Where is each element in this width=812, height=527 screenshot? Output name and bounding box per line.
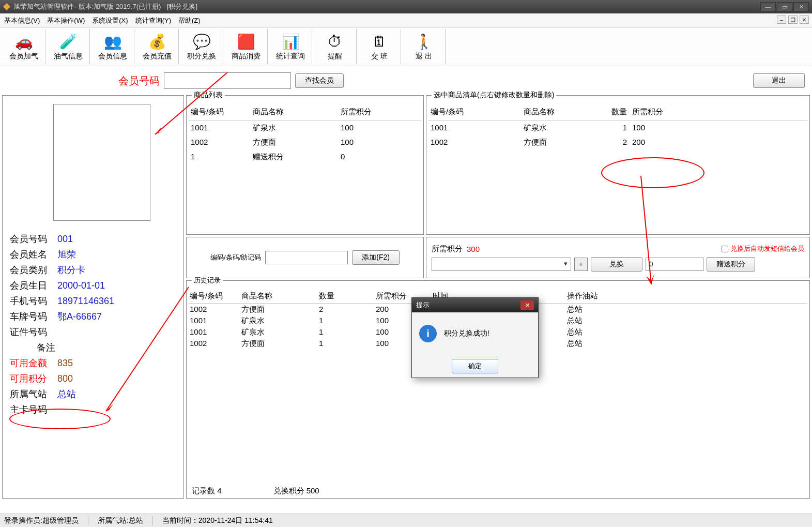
redeem-button[interactable]: 兑换 xyxy=(591,257,642,272)
tool-stats-query[interactable]: 📊统计查询 xyxy=(269,29,312,65)
h-col-station: 操作油站 xyxy=(567,291,650,301)
lbl-member-name: 会员姓名 xyxy=(10,247,57,262)
product-row[interactable]: 1002方便面100 xyxy=(189,135,421,149)
menu-system-settings[interactable]: 系统设置(X) xyxy=(92,16,128,25)
tool-exit[interactable]: 🚶退 出 xyxy=(402,29,446,65)
plus-button[interactable]: + xyxy=(574,258,588,271)
member-code-label: 会员号码 xyxy=(118,74,160,88)
tool-member-info[interactable]: 👥会员信息 xyxy=(91,29,134,65)
mdi-minimize-button[interactable]: – xyxy=(777,16,786,24)
app-icon xyxy=(3,3,10,10)
product-row[interactable]: 1001矿泉水100 xyxy=(189,121,421,135)
grid-icon: 🟥 xyxy=(237,33,255,51)
person-icon: 🚶 xyxy=(415,33,433,51)
alert-ok-button[interactable]: 确定 xyxy=(452,359,498,373)
val-member-code: 001 xyxy=(57,231,73,247)
menubar: 基本信息(V) 基本操作(W) 系统设置(X) 统计查询(Y) 帮助(Z) – … xyxy=(0,13,812,28)
pl-col-points: 所需积分 xyxy=(341,107,397,117)
main-area: 会员号码001 会员姓名旭荣 会员类别积分卡 会员生日2000-01-01 手机… xyxy=(0,95,812,499)
selected-list-box: 选中商品清单(点右键修改数量和删除) 编号/条码 商品名称 数量 所需积分 10… xyxy=(426,95,810,235)
svg-marker-0 xyxy=(3,3,10,10)
coin-icon: 💰 xyxy=(148,33,166,51)
menu-basic-info[interactable]: 基本信息(V) xyxy=(4,16,40,25)
val-member-plate: 鄂A-66667 xyxy=(57,309,102,324)
lbl-member-balance: 可用金额 xyxy=(10,355,57,371)
lbl-member-points: 可用积分 xyxy=(10,371,57,386)
tool-gas-info[interactable]: 🧪油气信息 xyxy=(47,29,90,65)
bubble-icon: 💬 xyxy=(193,33,211,51)
status-time: 2020-11-24日 11:54:41 xyxy=(198,516,273,524)
h-col-qty: 数量 xyxy=(319,291,376,301)
clock-icon: ⏱ xyxy=(328,33,342,51)
val-member-points: 800 xyxy=(57,371,73,386)
redeem-combo[interactable] xyxy=(432,258,571,271)
required-points-value: 300 xyxy=(467,245,508,253)
exit-button[interactable]: 退出 xyxy=(753,73,805,88)
status-station: 总站 xyxy=(129,516,143,524)
tool-member-refuel[interactable]: 🚗会员加气 xyxy=(2,29,45,65)
selected-list-title: 选中商品清单(点右键修改数量和删除) xyxy=(432,91,556,100)
maximize-button[interactable]: ▭ xyxy=(777,2,792,11)
sl-col-name: 商品名称 xyxy=(524,107,596,117)
add-code-label: 编码/条码/助记码 xyxy=(210,253,261,262)
sms-checkbox[interactable] xyxy=(722,246,728,252)
menu-help[interactable]: 帮助(Z) xyxy=(178,16,201,25)
flask-icon: 🧪 xyxy=(59,33,78,51)
alert-dialog: 提示 ✕ i 积分兑换成功! 确定 xyxy=(411,297,539,378)
gift-points-button[interactable]: 赠送积分 xyxy=(707,257,755,272)
val-member-name: 旭荣 xyxy=(57,247,76,262)
summary-count-label: 记录数 xyxy=(192,486,215,495)
required-points-label: 所需积分 xyxy=(432,244,463,254)
val-member-station: 总站 xyxy=(57,386,76,402)
tool-member-recharge[interactable]: 💰会员充值 xyxy=(135,29,179,65)
product-list-title: 商品列表 xyxy=(192,91,225,100)
h-col-code: 编号/条码 xyxy=(190,291,241,301)
tool-remind[interactable]: ⏱提醒 xyxy=(313,29,357,65)
add-code-input[interactable] xyxy=(265,251,348,264)
menu-basic-ops[interactable]: 基本操作(W) xyxy=(47,16,85,25)
summary-pts-value: 500 xyxy=(307,486,319,495)
member-code-input[interactable] xyxy=(164,72,291,89)
alert-message: 积分兑换成功! xyxy=(444,329,489,338)
car-icon: 🚗 xyxy=(15,33,33,51)
h-col-name: 商品名称 xyxy=(241,291,319,301)
selected-row[interactable]: 1002方便面2200 xyxy=(428,135,807,149)
people-icon: 👥 xyxy=(104,33,122,51)
tool-points-redeem[interactable]: 💬积分兑换 xyxy=(180,29,223,65)
close-button[interactable]: ✕ xyxy=(793,2,809,11)
status-operator: 超级管理员 xyxy=(42,516,79,524)
member-search-bar: 会员号码 查找会员 退出 xyxy=(0,66,812,95)
sl-col-code: 编号/条码 xyxy=(431,107,524,117)
selected-row[interactable]: 1001矿泉水1100 xyxy=(428,121,807,135)
summary-pts-label: 兑换积分 xyxy=(273,486,304,495)
lbl-member-type: 会员类别 xyxy=(10,262,57,278)
window-title: 旭荣加气站管理软件--版本:加气版 2019.7(已注册) - [积分兑换] xyxy=(13,2,760,11)
calendar-icon: 🗓 xyxy=(372,33,387,51)
lbl-member-station: 所属气站 xyxy=(10,386,57,402)
add-product-box: 编码/条码/助记码 添加(F2) xyxy=(186,237,424,278)
lbl-member-birth: 会员生日 xyxy=(10,278,57,293)
mdi-close-button[interactable]: ✕ xyxy=(800,16,809,24)
alert-close-button[interactable]: ✕ xyxy=(520,300,534,310)
gift-points-input[interactable] xyxy=(646,258,703,271)
menu-stats-query[interactable]: 统计查询(Y) xyxy=(135,16,171,25)
mdi-restore-button[interactable]: ❐ xyxy=(788,16,798,24)
member-photo xyxy=(53,104,150,221)
find-member-button[interactable]: 查找会员 xyxy=(295,73,344,88)
product-row[interactable]: 1赠送积分0 xyxy=(189,149,421,164)
lbl-member-plate: 车牌号码 xyxy=(10,309,57,324)
status-station-label: 所属气站: xyxy=(98,516,129,524)
add-button[interactable]: 添加(F2) xyxy=(352,250,400,265)
lbl-member-master: 主卡号码 xyxy=(10,402,57,417)
sms-checkbox-label[interactable]: 兑换后自动发短信给会员 xyxy=(722,244,804,253)
tool-shift[interactable]: 🗓交 班 xyxy=(358,29,401,65)
info-icon: i xyxy=(419,325,437,342)
sl-col-qty: 数量 xyxy=(596,107,632,117)
toolbar: 🚗会员加气 🧪油气信息 👥会员信息 💰会员充值 💬积分兑换 🟥商品消费 📊统计查… xyxy=(0,28,812,66)
sl-col-points: 所需积分 xyxy=(632,107,679,117)
val-member-phone: 18971146361 xyxy=(57,293,114,309)
tool-goods-consume[interactable]: 🟥商品消费 xyxy=(224,29,268,65)
product-list-box: 商品列表 编号/条码 商品名称 所需积分 1001矿泉水1001002方便面10… xyxy=(186,95,424,235)
minimize-button[interactable]: — xyxy=(760,2,776,11)
lbl-member-code: 会员号码 xyxy=(10,231,57,247)
